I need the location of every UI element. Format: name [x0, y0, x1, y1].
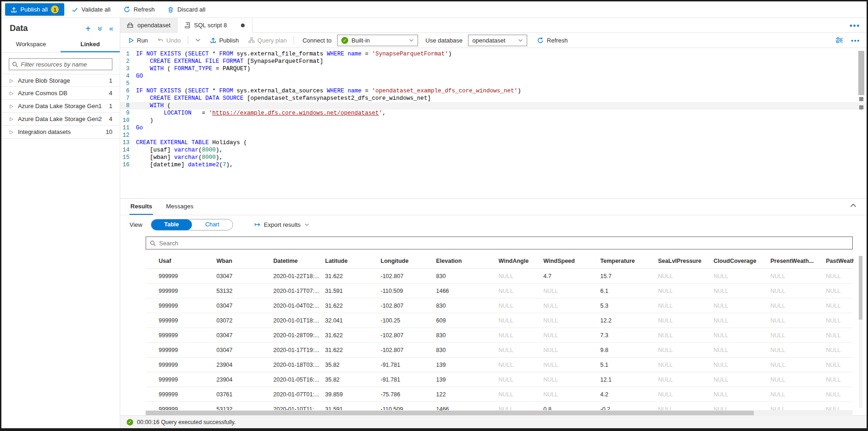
- filter-input[interactable]: [21, 61, 109, 68]
- expand-chevron-icon[interactable]: ▷: [10, 78, 13, 83]
- table-row[interactable]: 999999239042020-01-05T16:...35.82-91.781…: [146, 372, 853, 387]
- tab-opendataset[interactable]: opendataset: [120, 18, 178, 32]
- column-header-wban[interactable]: Wban: [216, 258, 273, 264]
- code-line[interactable]: 14 [usaf] varchar(8000),: [120, 146, 867, 154]
- table-row[interactable]: 999999030722020-01-01T18:...32.041-100.2…: [146, 313, 853, 328]
- column-header-presentweath[interactable]: PresentWeath...: [770, 258, 826, 264]
- code-line[interactable]: 3 WITH ( FORMAT_TYPE = PARQUET): [120, 65, 867, 73]
- table-cell: 53132: [216, 406, 273, 411]
- tab-results[interactable]: Results: [129, 199, 153, 215]
- collapse-all-icon[interactable]: [97, 26, 103, 31]
- collapse-pane-icon[interactable]: «: [109, 24, 113, 33]
- publish-all-label: Publish all: [20, 6, 48, 13]
- table-cell: NULL: [770, 303, 826, 309]
- undo-button[interactable]: Undo: [154, 34, 184, 46]
- table-cell: 139: [436, 362, 499, 368]
- table-row[interactable]: 999999037612020-01-07T01:...39.859-75.78…: [146, 387, 853, 402]
- code-line[interactable]: 5: [120, 80, 867, 87]
- column-header-elevation[interactable]: Elevation: [436, 258, 499, 264]
- code-line[interactable]: 12: [120, 132, 867, 139]
- editor-more-actions-icon[interactable]: •••: [851, 37, 860, 44]
- expand-chevron-icon[interactable]: ▷: [10, 116, 13, 121]
- run-button[interactable]: Run: [125, 34, 151, 46]
- horizontal-scrollbar[interactable]: [146, 410, 853, 416]
- add-resource-button[interactable]: +: [85, 25, 91, 32]
- code-line[interactable]: 7 CREATE EXTERNAL DATA SOURCE [opendatas…: [120, 95, 867, 102]
- tab-messages[interactable]: Messages: [165, 199, 194, 215]
- run-options-chevron[interactable]: [192, 34, 204, 46]
- divider: [188, 36, 188, 44]
- code-line[interactable]: 15 [wban] varchar(8000),: [120, 154, 867, 161]
- table-cell: 2020-01-01T18:...: [273, 317, 325, 324]
- discard-all-button[interactable]: Discard all: [162, 3, 211, 16]
- table-cell: -75.786: [381, 391, 436, 398]
- sql-editor[interactable]: 1IF NOT EXISTS (SELECT * FROM sys.extern…: [120, 48, 867, 198]
- code-line[interactable]: 13CREATE EXTERNAL TABLE Holidays (: [120, 139, 867, 146]
- table-row[interactable]: 999999531322020-01-10T11:...31.591-110.5…: [146, 402, 853, 410]
- code-line[interactable]: 2 CREATE EXTERNAL FILE FORMAT [SynapsePa…: [120, 58, 867, 65]
- export-results-button[interactable]: ↦ Export results: [254, 220, 309, 229]
- view-table-option[interactable]: Table: [151, 219, 192, 230]
- refresh-databases-button[interactable]: Refresh: [534, 34, 571, 46]
- line-number: 15: [120, 154, 136, 161]
- tab-workspace[interactable]: Workspace: [1, 38, 61, 52]
- query-plan-button[interactable]: Query plan: [245, 34, 290, 46]
- sidebar-item-integration-datasets[interactable]: ▷Integration datasets10: [1, 126, 120, 139]
- tab-more-actions-icon[interactable]: •••: [850, 22, 860, 30]
- column-header-datetime[interactable]: Datetime: [273, 258, 325, 264]
- expand-chevron-icon[interactable]: ▷: [10, 129, 13, 134]
- expand-chevron-icon[interactable]: ▷: [10, 103, 13, 109]
- results-grid: UsafWbanDatetimeLatitudeLongitudeElevati…: [146, 253, 853, 410]
- column-header-sealvlpressure[interactable]: SeaLvlPressure: [658, 258, 714, 264]
- use-database-dropdown[interactable]: opendataset: [468, 35, 527, 46]
- tab-sql-script[interactable]: SQL script 8: [178, 18, 252, 33]
- code-line[interactable]: 10 ): [120, 117, 867, 124]
- sidebar-item-azure-blob-storage[interactable]: ▷Azure Blob Storage1: [1, 74, 120, 87]
- code-line[interactable]: 4GO: [120, 73, 867, 80]
- table-cell: 32.041: [325, 317, 381, 324]
- line-number: 5: [120, 80, 136, 87]
- settings-sliders-icon[interactable]: [835, 36, 843, 44]
- code-line[interactable]: 1IF NOT EXISTS (SELECT * FROM sys.extern…: [120, 50, 867, 58]
- code-line[interactable]: 8 WITH (: [120, 102, 867, 109]
- column-header-latitude[interactable]: Latitude: [325, 258, 381, 264]
- table-row[interactable]: 999999239042020-01-18T03:...35.82-91.781…: [146, 358, 853, 372]
- table-row[interactable]: 999999531322020-01-17T07:...31.591-110.5…: [146, 284, 853, 298]
- sidebar-item-azure-data-lake-storage-gen1[interactable]: ▷Azure Data Lake Storage Gen11: [1, 100, 120, 113]
- table-row[interactable]: 999999030472020-01-22T18:...31.622-102.8…: [146, 269, 853, 284]
- column-header-windspeed[interactable]: WindSpeed: [543, 258, 600, 264]
- code-line[interactable]: 6IF NOT EXISTS (SELECT * FROM sys.extern…: [120, 87, 867, 95]
- code-line[interactable]: 11Go: [120, 124, 867, 132]
- undo-label: Undo: [166, 37, 181, 44]
- validate-all-button[interactable]: Validate all: [66, 3, 116, 16]
- tab-linked[interactable]: Linked: [61, 38, 120, 52]
- refresh-button[interactable]: Refresh: [118, 3, 160, 16]
- column-header-windangle[interactable]: WindAngle: [499, 258, 543, 264]
- publish-all-button[interactable]: Publish all 1: [5, 3, 64, 16]
- sidebar-item-azure-data-lake-storage-gen2[interactable]: ▷Azure Data Lake Storage Gen24: [1, 113, 120, 126]
- code-line[interactable]: 16 [datetime] datetime2(7),: [120, 161, 867, 169]
- table-cell: 7.3: [600, 332, 658, 339]
- column-header-longitude[interactable]: Longitude: [381, 258, 436, 264]
- sidebar-item-azure-cosmos-db[interactable]: ▷Azure Cosmos DB4: [1, 87, 120, 100]
- table-row[interactable]: 999999030472020-01-17T19:...31.622-102.8…: [146, 343, 853, 358]
- column-header-temperature[interactable]: Temperature: [600, 258, 658, 264]
- vertical-scrollbar[interactable]: [859, 256, 862, 408]
- code-line[interactable]: 9 LOCATION = 'https://example.dfs.core.w…: [120, 109, 867, 117]
- results-search-input[interactable]: [159, 240, 849, 247]
- line-number: 13: [120, 139, 136, 146]
- editor-scrollbar[interactable]: [858, 51, 864, 195]
- column-header-pastweathe[interactable]: PastWeathe: [826, 258, 854, 264]
- column-header-usaf[interactable]: Usaf: [159, 258, 216, 264]
- publish-button[interactable]: Publish: [207, 34, 242, 46]
- table-row[interactable]: 999999030472020-01-04T02:...31.622-102.8…: [146, 298, 853, 313]
- collapse-results-chevron-icon[interactable]: [850, 203, 856, 207]
- view-chart-option[interactable]: Chart: [192, 219, 233, 230]
- table-row[interactable]: 999999030472020-01-28T09:...31.622-102.8…: [146, 328, 853, 343]
- table-cell: 4.2: [600, 391, 658, 398]
- connect-to-dropdown[interactable]: ✓ Built-in: [337, 35, 418, 46]
- table-cell: NULL: [499, 273, 543, 279]
- expand-chevron-icon[interactable]: ▷: [10, 91, 13, 96]
- column-header-cloudcoverage[interactable]: CloudCoverage: [714, 258, 770, 264]
- code-text: LOCATION = 'https://example.dfs.core.win…: [136, 109, 867, 117]
